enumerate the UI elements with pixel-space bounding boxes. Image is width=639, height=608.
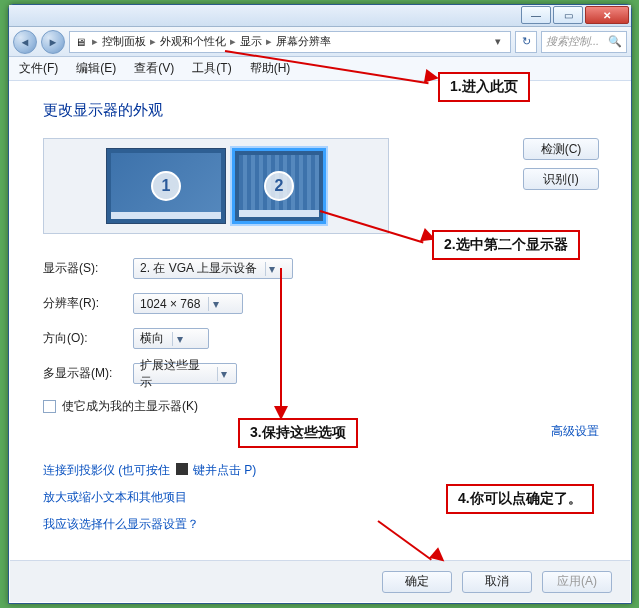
monitor-preview: 1 2 [43, 138, 389, 234]
windows-flag-icon [176, 463, 188, 475]
menu-bar: 文件(F) 编辑(E) 查看(V) 工具(T) 帮助(H) [9, 57, 631, 81]
crumb-dropdown-icon[interactable]: ▾ [488, 35, 508, 48]
multi-value: 扩展这些显示 [140, 357, 209, 391]
crumb-0[interactable]: 控制面板 [102, 34, 146, 49]
orientation-combo[interactable]: 横向▾ [133, 328, 209, 349]
crumb-2[interactable]: 显示 [240, 34, 262, 49]
cancel-button[interactable]: 取消 [462, 571, 532, 593]
apply-button[interactable]: 应用(A) [542, 571, 612, 593]
which-settings-link[interactable]: 我应该选择什么显示器设置？ [43, 516, 599, 533]
resolution-value: 1024 × 768 [140, 297, 200, 311]
projector-link[interactable]: 连接到投影仪 (也可按住 键并点击 P) [43, 462, 599, 479]
monitor-2[interactable]: 2 [232, 148, 326, 224]
menu-tools[interactable]: 工具(T) [192, 60, 231, 77]
title-bar: — ▭ ✕ [9, 5, 631, 27]
monitor-1[interactable]: 1 [106, 148, 226, 224]
control-panel-icon: 🖥 [72, 36, 88, 48]
ok-button[interactable]: 确定 [382, 571, 452, 593]
primary-monitor-label: 使它成为我的主显示器(K) [62, 398, 198, 415]
minimize-button[interactable]: — [521, 6, 551, 24]
display-settings-window: — ▭ ✕ ◄ ► 🖥 ▸ 控制面板 ▸ 外观和个性化 ▸ 显示 ▸ 屏幕分辨率… [8, 4, 632, 604]
identify-button[interactable]: 识别(I) [523, 168, 599, 190]
search-placeholder: 搜索控制... [546, 34, 599, 49]
display-label: 显示器(S): [43, 260, 133, 277]
callout-3: 3.保持这些选项 [238, 418, 358, 448]
detect-button[interactable]: 检测(C) [523, 138, 599, 160]
orientation-value: 横向 [140, 330, 164, 347]
callout-2: 2.选中第二个显示器 [432, 230, 580, 260]
refresh-button[interactable]: ↻ [515, 31, 537, 53]
search-icon: 🔍 [608, 35, 622, 48]
display-value: 2. 在 VGA 上显示设备 [140, 260, 257, 277]
callout-1: 1.进入此页 [438, 72, 530, 102]
display-combo[interactable]: 2. 在 VGA 上显示设备▾ [133, 258, 293, 279]
nav-bar: ◄ ► 🖥 ▸ 控制面板 ▸ 外观和个性化 ▸ 显示 ▸ 屏幕分辨率 ▾ ↻ 搜… [9, 27, 631, 57]
resolution-label: 分辨率(R): [43, 295, 133, 312]
crumb-1[interactable]: 外观和个性化 [160, 34, 226, 49]
advanced-settings-link[interactable]: 高级设置 [551, 423, 599, 440]
callout-4: 4.你可以点确定了。 [446, 484, 594, 514]
forward-button[interactable]: ► [41, 30, 65, 54]
menu-help[interactable]: 帮助(H) [250, 60, 291, 77]
content-area: 更改显示器的外观 1 2 检测(C) 识别(I) 显示器(S): 2. 在 VG [9, 81, 631, 541]
orientation-label: 方向(O): [43, 330, 133, 347]
close-button[interactable]: ✕ [585, 6, 629, 24]
primary-monitor-checkbox[interactable] [43, 400, 56, 413]
back-button[interactable]: ◄ [13, 30, 37, 54]
button-bar: 确定 取消 应用(A) [10, 560, 630, 602]
crumb-3[interactable]: 屏幕分辨率 [276, 34, 331, 49]
page-title: 更改显示器的外观 [43, 101, 599, 120]
multi-label: 多显示器(M): [43, 365, 133, 382]
breadcrumb[interactable]: 🖥 ▸ 控制面板 ▸ 外观和个性化 ▸ 显示 ▸ 屏幕分辨率 ▾ [69, 31, 511, 53]
menu-file[interactable]: 文件(F) [19, 60, 58, 77]
search-input[interactable]: 搜索控制... 🔍 [541, 31, 627, 53]
multi-display-combo[interactable]: 扩展这些显示▾ [133, 363, 237, 384]
monitor-1-badge: 1 [151, 171, 181, 201]
resolution-combo[interactable]: 1024 × 768▾ [133, 293, 243, 314]
maximize-button[interactable]: ▭ [553, 6, 583, 24]
menu-view[interactable]: 查看(V) [134, 60, 174, 77]
menu-edit[interactable]: 编辑(E) [76, 60, 116, 77]
monitor-2-badge: 2 [264, 171, 294, 201]
